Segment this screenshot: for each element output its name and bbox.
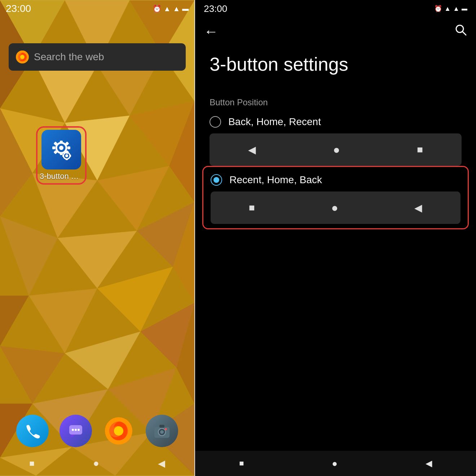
svg-point-53: [72, 429, 74, 431]
svg-rect-38: [60, 152, 63, 155]
right-battery-icon: ▬: [462, 5, 467, 12]
right-alarm-icon: ⏰: [434, 5, 442, 13]
search-bar[interactable]: Search the web: [9, 43, 186, 71]
option2-home-icon: ●: [331, 201, 338, 215]
svg-line-65: [462, 31, 466, 35]
svg-marker-52: [70, 435, 75, 438]
home-button-left[interactable]: ●: [93, 458, 99, 469]
firefox-icon: [16, 50, 29, 63]
home-button-right[interactable]: ●: [332, 458, 338, 469]
app-icon-container[interactable]: 3-button navi...: [36, 126, 87, 185]
svg-rect-50: [69, 155, 71, 157]
option1-radio[interactable]: [210, 116, 221, 128]
bottom-dock: [0, 415, 194, 447]
back-button-right[interactable]: ◀: [426, 458, 432, 468]
right-time: 23:00: [204, 3, 227, 14]
app-icon-highlight: 3-button navi...: [36, 126, 87, 185]
svg-rect-37: [60, 141, 63, 144]
svg-rect-47: [66, 151, 68, 153]
dock-phone-icon[interactable]: [16, 415, 49, 447]
svg-rect-49: [62, 155, 64, 157]
svg-rect-40: [67, 146, 70, 149]
svg-rect-48: [66, 158, 68, 160]
alarm-icon: ⏰: [153, 4, 162, 13]
left-time: 23:00: [6, 3, 31, 14]
svg-point-34: [20, 55, 25, 59]
option2-label: Recent, Home, Back: [229, 174, 322, 186]
search-input-placeholder[interactable]: Search the web: [34, 51, 104, 63]
app-label: 3-button navi...: [40, 172, 83, 181]
wifi-icon: ▲: [164, 5, 171, 13]
page-title: 3-button settings: [210, 53, 348, 75]
option2-preview: ■ ● ◀: [211, 191, 460, 224]
left-bottom-nav: ■ ● ◀: [0, 451, 194, 476]
app-icon[interactable]: [41, 130, 81, 169]
option2-container[interactable]: Recent, Home, Back ■ ● ◀: [202, 166, 469, 229]
dock-messages-icon[interactable]: [60, 415, 92, 447]
svg-rect-60: [159, 425, 164, 428]
right-status-bar: 23:00 ⏰ ▲ ▲ ▬: [195, 0, 476, 17]
search-button[interactable]: [454, 23, 467, 40]
svg-point-58: [114, 426, 123, 436]
right-wifi-icon: ▲: [444, 5, 451, 13]
option1-home-icon: ●: [333, 143, 340, 157]
option1-label: Back, Home, Recent: [228, 116, 321, 128]
option1-container[interactable]: Back, Home, Recent ◀ ● ■: [202, 112, 469, 167]
recent-button-right[interactable]: ■: [239, 459, 244, 468]
firefox-dock-svg: [104, 416, 133, 445]
camera-svg: [153, 422, 171, 440]
section-label: Button Position: [210, 97, 268, 107]
option2-row[interactable]: Recent, Home, Back: [203, 170, 468, 190]
option1-preview: ◀ ● ■: [210, 133, 462, 166]
messages-svg: [67, 422, 84, 440]
option2-radio-fill: [213, 177, 219, 183]
dock-camera-icon[interactable]: [146, 415, 178, 447]
option1-row[interactable]: Back, Home, Recent: [202, 112, 469, 132]
battery-icon: ▬: [182, 5, 189, 13]
option2-back-icon: ◀: [414, 202, 422, 214]
option2-radio[interactable]: [211, 174, 222, 186]
svg-point-62: [160, 430, 164, 434]
right-status-icons: ⏰ ▲ ▲ ▬: [434, 5, 467, 13]
back-button[interactable]: ←: [204, 23, 218, 40]
right-action-bar: ←: [195, 19, 476, 44]
phone-svg: [24, 422, 41, 440]
dock-firefox-icon[interactable]: [102, 415, 135, 447]
left-status-icons: ⏰ ▲ ▲ ▬: [153, 4, 189, 13]
option1-back-icon: ◀: [248, 144, 256, 156]
svg-rect-39: [52, 146, 55, 149]
signal-icon: ▲: [173, 5, 180, 13]
back-button-left[interactable]: ◀: [158, 458, 165, 469]
left-panel: 23:00 ⏰ ▲ ▲ ▬ Search the web: [0, 0, 194, 476]
svg-point-36: [59, 146, 63, 150]
right-signal-icon: ▲: [453, 5, 459, 13]
option2-recent-icon: ■: [249, 202, 255, 213]
right-panel: 23:00 ⏰ ▲ ▲ ▬ ← 3-button settings Button…: [195, 0, 476, 476]
svg-point-46: [65, 154, 68, 157]
svg-point-55: [78, 429, 80, 431]
gear-icon: [49, 137, 74, 162]
background-graphic: [0, 0, 194, 476]
option1-recent-icon: ■: [417, 144, 423, 155]
svg-point-63: [165, 428, 167, 430]
recent-button-left[interactable]: ■: [29, 458, 35, 468]
right-bottom-nav: ■ ● ◀: [195, 451, 476, 476]
search-icon: [454, 23, 467, 36]
svg-point-54: [75, 429, 77, 431]
left-status-bar: 23:00 ⏰ ▲ ▲ ▬: [0, 0, 194, 17]
